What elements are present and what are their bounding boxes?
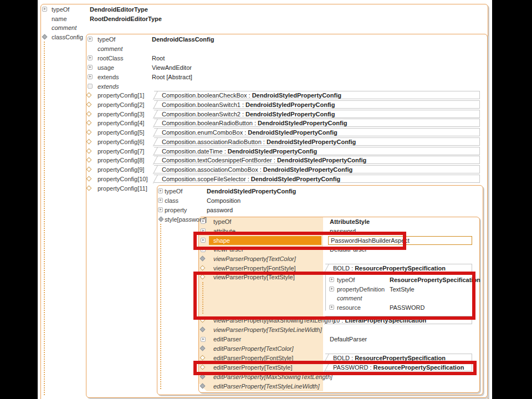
pc10-label: propertyConfig[10] xyxy=(98,175,148,183)
expand-icon[interactable] xyxy=(88,65,93,70)
cc-comment-label: comment xyxy=(98,44,122,53)
pc7-label: propertyConfig[7] xyxy=(98,147,144,156)
expand-icon[interactable] xyxy=(201,219,206,224)
expand-icon[interactable] xyxy=(88,55,93,60)
cc-rootclass-label: rootClass xyxy=(98,54,123,63)
style-epp-textcolor-label: editParserProperty[TextColor] xyxy=(213,344,294,353)
empty-square-icon[interactable] xyxy=(88,84,93,89)
pc9-label: propertyConfig[9] xyxy=(98,165,144,174)
root-name-label: name xyxy=(52,14,67,23)
pc1-label: propertyConfig[1] xyxy=(98,91,144,100)
cc-rootclass-value: Root xyxy=(152,54,165,63)
expand-icon[interactable] xyxy=(201,337,206,342)
pc2-value-tag[interactable]: Composition.booleanSwitch1 : DendroidSty… xyxy=(154,100,480,109)
style-vpp-textcolor-label: viewParserProperty[TextColor] xyxy=(213,254,296,263)
root-comment-label: comment xyxy=(52,23,76,32)
pc11-property-label: property xyxy=(165,206,187,214)
root-typeof-value: DendroidEditorType xyxy=(90,5,148,14)
expand-icon[interactable] xyxy=(158,188,163,193)
style-editparser-label: editParser xyxy=(213,335,241,344)
cc-typeof-label: typeOf xyxy=(98,35,115,44)
root-name-value: RootDendroidEditorType xyxy=(90,14,162,23)
pc2-label: propertyConfig[2] xyxy=(98,100,144,109)
classconfig-connector-line xyxy=(44,42,45,395)
annotation-rect-shape xyxy=(193,232,406,250)
pc3-label: propertyConfig[3] xyxy=(98,110,144,119)
cc-extends-label: extends xyxy=(98,73,119,81)
pc11-typeof-label: typeOf xyxy=(165,187,182,196)
style-typeof-label: typeOf xyxy=(213,217,231,226)
root-typeof-label: typeOf xyxy=(52,5,69,14)
right-letterbox-bar xyxy=(492,0,532,399)
pc8-label: propertyConfig[8] xyxy=(98,156,144,165)
cc-usage-label: usage xyxy=(98,63,114,72)
style-password-connector-line xyxy=(160,224,161,389)
style-editparser-value: DefaultParser xyxy=(330,335,367,344)
pc4-value-tag[interactable]: Composition.booleanRadioButton : Dendroi… xyxy=(154,119,480,127)
annotation-rect-view-textstyle xyxy=(193,272,475,320)
pc7-value-tag[interactable]: Composition.dateTime : DendroidStyledPro… xyxy=(154,147,480,155)
pc4-label: propertyConfig[4] xyxy=(98,119,144,127)
expand-icon[interactable] xyxy=(158,207,163,212)
pc10-value-tag[interactable]: Composition.scopeFileSelector : Dendroid… xyxy=(154,175,480,183)
root-classconfig-label: classConfig xyxy=(52,33,83,42)
cc-usage-value: ViewAndEditor xyxy=(152,63,192,72)
style-typeof-value: AttributeStyle xyxy=(330,217,370,226)
cc-typeof-value: DendroidClassConfig xyxy=(152,35,214,44)
pc9-value-tag[interactable]: Composition.associationComboBox : Dendro… xyxy=(154,165,480,173)
expand-icon[interactable] xyxy=(158,198,163,203)
annotation-rect-edit-textstyle xyxy=(193,361,477,375)
pc5-value-tag[interactable]: Composition.enumComboBox : DendroidStyle… xyxy=(154,128,480,136)
pc11-class-value: Composition xyxy=(207,196,241,205)
vpp-fontstyle-value-tag[interactable]: BOLD : ResourcePropertySpecification xyxy=(325,264,472,272)
pc6-value-tag[interactable]: Composition.associationRadioButton : Den… xyxy=(154,137,480,146)
model-editor-screenshot: { "sep": " : ", "colors": { "accent_oran… xyxy=(0,0,532,399)
style-epp-linewidth-label: editParserProperty[TextStyleLineWidth] xyxy=(213,382,319,391)
cc-extends-value: Root [Abstract] xyxy=(152,73,192,81)
pc3-value-tag[interactable]: Composition.booleanSwitch2 : DendroidSty… xyxy=(154,110,480,118)
style-vpp-linewidth-label: viewParserProperty[TextStyleLineWidth] xyxy=(213,325,322,334)
pc11-label: propertyConfig[11] xyxy=(98,184,147,193)
expand-icon[interactable] xyxy=(88,37,93,42)
pc11-typeof-value: DendroidStyledPropertyConfig xyxy=(207,187,296,196)
pc1-value-tag[interactable]: Composition.booleanCheckBox : DendroidSt… xyxy=(154,91,480,99)
pc6-label: propertyConfig[6] xyxy=(98,137,144,146)
expand-icon[interactable] xyxy=(42,7,47,12)
pc11-class-label: class xyxy=(165,196,178,205)
expand-icon[interactable] xyxy=(88,74,93,79)
pc5-label: propertyConfig[5] xyxy=(98,128,144,137)
pc8-value-tag[interactable]: Composition.textCodesnippetFontBorder : … xyxy=(154,156,480,164)
left-letterbox-bar xyxy=(0,0,38,399)
pc11-property-value: password xyxy=(207,206,233,214)
cc-extends-empty-label: extends xyxy=(98,82,119,91)
